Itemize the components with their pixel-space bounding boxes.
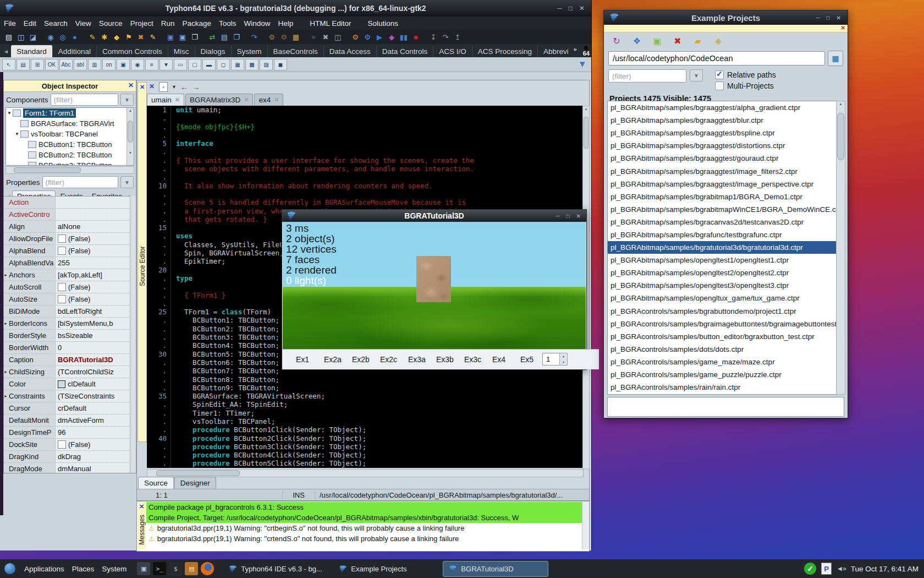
checkbox-icon[interactable]: ▣ [117, 59, 130, 70]
pencil-menu-icon[interactable]: ✎ [147, 31, 158, 42]
chevron-down-icon[interactable]: ▼ [172, 84, 177, 90]
volume-icon[interactable]: ◄» [837, 565, 846, 572]
ide-titlebar[interactable]: Typhon64 IDE v6.3 - bgratutorial3d (debu… [0, 0, 591, 17]
flag-icon[interactable]: ⚑ [123, 31, 134, 42]
close-tab-icon[interactable]: ✕ [175, 96, 180, 103]
menu-item[interactable]: Project [127, 18, 157, 29]
example-button[interactable]: Ex2b [352, 355, 380, 364]
menu-item[interactable]: File [0, 18, 20, 29]
project-item[interactable]: pl_BGRAbitmap/samples/opengltest1/opengl… [608, 254, 837, 266]
property-row[interactable]: ► Action [4, 197, 136, 209]
toggle-icon[interactable]: on [102, 59, 116, 70]
save-all-icon[interactable]: ▣ [177, 31, 188, 42]
palette-tab[interactable]: Dialogs [195, 45, 232, 57]
palette-dropdown-icon[interactable]: ▼ [578, 59, 587, 70]
editor-tab[interactable]: BGRAMatrix3D ✕ [185, 94, 253, 106]
property-row[interactable]: ► AutoSize (False) [4, 293, 136, 306]
frame-icon[interactable]: ◻ [217, 59, 230, 70]
new-form-icon[interactable]: ◫ [15, 31, 26, 42]
checkbox[interactable] [58, 295, 66, 303]
taskbar-menu[interactable]: Places [68, 565, 98, 573]
message-row[interactable]: ⚠ bgratutorial3d.ppr(19,1) Warning: "crt… [146, 533, 582, 544]
step-into-icon[interactable]: ↧ [428, 31, 439, 42]
tools-icon[interactable]: ✖ [320, 31, 331, 42]
close-icon[interactable]: ✕ [149, 83, 155, 90]
palette-tab[interactable]: Data Access [324, 45, 377, 57]
palette-tab[interactable]: Additional [53, 45, 97, 57]
bottom-tab[interactable]: Source [138, 477, 174, 489]
menu-item[interactable]: Tools [215, 18, 240, 29]
bottom-tab[interactable]: Designer [174, 477, 216, 489]
firefox-icon[interactable] [201, 562, 214, 575]
property-row[interactable]: ► DragKind dkDrag [4, 451, 136, 463]
checkbox-row[interactable]: Multi-Projects [715, 80, 776, 91]
distro-menu-icon[interactable] [4, 563, 15, 574]
editor-tab[interactable]: ex4 ✕ [254, 94, 283, 106]
project-item[interactable]: pl_BGRAbitmap/samples/bgraaggtest/distor… [608, 139, 837, 152]
unit-info-icon[interactable]: ▤ [219, 31, 230, 42]
menu-item[interactable]: View [72, 18, 95, 29]
component-tree-item[interactable]: ▼ vsToolbar: TBCPanel [6, 129, 134, 139]
delete-icon[interactable]: ✖ [135, 31, 146, 42]
build-icon[interactable]: ⚙ [266, 31, 277, 42]
filter-icon[interactable]: ▼ [120, 94, 134, 106]
combobox-icon[interactable]: ▼ [160, 59, 173, 70]
edit-note-icon[interactable]: ✱ [99, 31, 110, 42]
palette-tab[interactable]: Misc [168, 45, 195, 57]
antialias-spin-edit[interactable]: 1 ▲ ▼ [542, 353, 568, 366]
taskbar-window-button[interactable]: Typhon64 IDE v6.3 - bg... [223, 561, 328, 577]
terminal-alt-icon[interactable]: $ [169, 562, 182, 575]
editor-horizontal-scrollbar[interactable] [147, 469, 584, 477]
taskbar-clock[interactable]: Tue Oct 17, 6:41 AM [851, 565, 919, 573]
render-viewport[interactable]: 3 ms2 object(s)12 vertices7 faces2 rende… [283, 222, 586, 349]
property-row[interactable]: ► Anchors [akTop,akLeft] [4, 269, 136, 281]
property-row[interactable]: ► DefaultMonit dmActiveForm [4, 415, 136, 427]
property-row[interactable]: ► BorderIcons [biSystemMenu,b [4, 318, 136, 330]
grid-vertical-scrollbar[interactable] [130, 196, 136, 473]
color-swatch[interactable] [58, 380, 65, 388]
example-button[interactable]: Ex1 [296, 355, 324, 364]
memo-icon[interactable]: ▥ [88, 59, 101, 70]
checkbox[interactable] [715, 81, 724, 90]
edit-pencil-icon[interactable]: ✎ [87, 31, 98, 42]
tree-horizontal-scrollbar[interactable] [6, 166, 134, 174]
new-unit-icon[interactable]: ▤ [3, 31, 14, 42]
water-icon[interactable]: ≈ [308, 31, 319, 42]
tutorial3d-titlebar[interactable]: BGRATutorial3D ─ □ ✕ [282, 210, 586, 222]
filter-icon[interactable]: ▼ [690, 69, 703, 81]
run-gear-icon[interactable]: ⚙ [350, 31, 361, 42]
checkbox-row[interactable]: Relative paths [715, 69, 776, 80]
cursor-tool-icon[interactable]: ↖ [2, 59, 15, 70]
find-icon[interactable]: ● [69, 31, 80, 42]
property-row[interactable]: ► AllowDropFile (False) [4, 233, 136, 245]
shape-icon[interactable]: ◼ [274, 59, 287, 70]
radio-icon[interactable]: ◉ [131, 59, 144, 70]
property-row[interactable]: ► Color clDefault [4, 378, 136, 390]
message-row[interactable]: ⚠ Compile Project, Target: /usr/local/co… [146, 512, 582, 523]
property-row[interactable]: ► Constraints (TSizeConstraints [4, 390, 136, 402]
menu-item-extra[interactable]: HTML Editor [306, 18, 355, 29]
example-button[interactable]: Ex3c [464, 355, 492, 364]
config-gear-icon[interactable]: ⚙ [362, 31, 373, 42]
project-item[interactable]: pl_BGRAcontrols/samples/bgrabuttondemo/p… [608, 305, 837, 318]
label-icon[interactable]: Abc [59, 59, 73, 70]
taskbar-menu[interactable]: Applications [20, 565, 68, 573]
close-icon[interactable]: ✕ [139, 503, 144, 510]
toggle-form-unit-icon[interactable]: ⇄ [207, 31, 218, 42]
source-editor-dock-strip[interactable]: ✕ Source Editor [138, 82, 147, 442]
scroll-up-icon[interactable]: ▲ [583, 106, 589, 111]
project-item[interactable]: pl_BGRAbitmap/samples/bgrabitmapWinCE1/B… [608, 203, 837, 216]
step-out-icon[interactable]: ↥ [452, 31, 463, 42]
property-row[interactable]: ► BorderWidth 0 [4, 342, 136, 354]
property-row[interactable]: ► AlphaBlend (False) [4, 245, 136, 257]
palette-tab[interactable]: BaseControls [268, 45, 324, 57]
navigate-forward-icon[interactable]: → [192, 83, 200, 91]
projects-scrollbar[interactable]: ▲ [836, 101, 845, 395]
project-item[interactable]: pl_BGRAbitmap/samples/bgratutorial3d/bgr… [608, 241, 837, 254]
project-item[interactable]: pl_BGRAbitmap/samples/bgraaggtest/bsplin… [608, 127, 837, 139]
close-icon[interactable]: ✕ [837, 15, 841, 21]
scroll-down-icon[interactable]: ▼ [127, 150, 134, 155]
image-icon[interactable]: ▨ [260, 59, 273, 70]
jump-icon[interactable]: ↷ [249, 31, 260, 42]
property-row[interactable]: ► BiDiMode bdLeftToRight [4, 306, 136, 318]
